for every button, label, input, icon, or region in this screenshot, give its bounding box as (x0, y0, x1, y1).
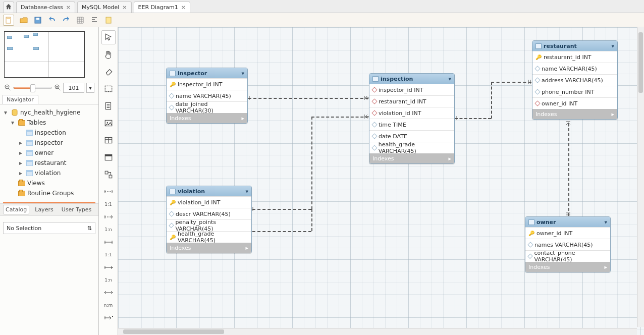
entity-column[interactable]: name VARCHAR(45) (167, 90, 247, 101)
grid-icon[interactable] (76, 16, 85, 25)
close-icon[interactable]: × (66, 4, 71, 11)
svg-rect-13 (105, 86, 112, 91)
entity-column[interactable]: date DATE (369, 130, 454, 142)
rel-1-1-nonid-tool[interactable] (101, 185, 116, 199)
routine-tool[interactable] (101, 167, 116, 182)
close-icon[interactable]: × (122, 4, 127, 11)
entity-column[interactable]: date_joined VARCHAR(30) (167, 101, 247, 113)
entity-restaurant[interactable]: restaurant▾🔑restaurant_id INTname VARCHA… (532, 40, 618, 120)
entity-column[interactable]: violation_id INT (369, 107, 454, 119)
vertical-scrollbar[interactable] (637, 27, 644, 327)
entity-header[interactable]: restaurant▾ (532, 41, 617, 51)
diagram-canvas[interactable]: inspector▾🔑inspector_id INTname VARCHAR(… (118, 27, 644, 335)
table-tool[interactable] (101, 133, 116, 147)
entity-indexes[interactable]: Indexes▸ (525, 262, 610, 272)
navigator-tab[interactable]: Navigator (2, 95, 38, 104)
entity-header[interactable]: inspection▾ (369, 74, 454, 84)
column-text: time TIME (379, 122, 406, 128)
entity-indexes[interactable]: Indexes▸ (369, 153, 454, 163)
tree-table-owner[interactable]: ▸ owner (2, 148, 96, 158)
zoom-slider[interactable] (13, 87, 52, 89)
rel-n-m-tool[interactable] (101, 286, 116, 300)
zoom-dropdown[interactable]: ▾ (86, 83, 94, 93)
tree-table-inspector[interactable]: ▸ inspector (2, 138, 96, 148)
entity-header[interactable]: violation▾ (167, 186, 251, 196)
entity-column[interactable]: penalty_points VARCHAR(45) (167, 219, 251, 231)
tab-eer-diagram[interactable]: EER Diagram1 × (134, 2, 191, 13)
home-tab[interactable] (3, 2, 14, 13)
entity-column[interactable]: time TIME (369, 119, 454, 130)
entity-inspection[interactable]: inspection▾inspector_id INTrestaurant_id… (369, 73, 455, 164)
rel-1-n-id-tool[interactable] (101, 260, 116, 274)
entity-column[interactable]: names VARCHAR(45) (525, 239, 610, 250)
tree-table-inspection[interactable]: inspection (2, 128, 96, 138)
tab-database-class[interactable]: Database-class × (16, 2, 75, 13)
entity-column[interactable]: descr VARCHAR(45) (167, 208, 251, 219)
entity-indexes[interactable]: Indexes▸ (167, 113, 247, 123)
entity-column[interactable]: contact_phone VARCHAR(45) (525, 250, 610, 262)
align-icon[interactable] (90, 16, 99, 25)
entity-indexes[interactable]: Indexes▸ (167, 243, 251, 253)
zoom-in-icon[interactable] (54, 84, 61, 92)
entity-column[interactable]: name VARCHAR(45) (532, 63, 617, 74)
entity-header[interactable]: inspector▾ (167, 68, 247, 78)
column-text: address VARCHAR(45) (542, 77, 603, 84)
home-icon (5, 3, 12, 12)
table-icon (26, 160, 33, 166)
image-tool[interactable] (101, 116, 116, 130)
tree-db[interactable]: ▾ nyc_health_hygiene (2, 107, 96, 118)
table-icon (26, 170, 33, 176)
tree-table-violation[interactable]: ▸ violation (2, 168, 96, 178)
entity-column[interactable]: inspector_id INT (369, 84, 454, 95)
entity-column[interactable]: restaurant_id INT (369, 95, 454, 107)
rel-existing-tool[interactable] (101, 311, 116, 325)
open-file-icon[interactable] (19, 16, 28, 25)
horizontal-scrollbar[interactable] (118, 328, 637, 335)
entity-column[interactable]: address VARCHAR(45) (532, 74, 617, 86)
new-file-icon[interactable] (3, 15, 14, 26)
diamond-icon (169, 104, 174, 110)
column-text: owner_id INT (542, 100, 577, 107)
indexes-label: Indexes (528, 264, 550, 270)
redo-icon[interactable] (62, 16, 71, 25)
entity-violation[interactable]: violation▾🔑violation_id INTdescr VARCHAR… (166, 186, 252, 253)
tree-views[interactable]: Views (2, 178, 96, 188)
rel-1-n-nonid-tool[interactable] (101, 210, 116, 224)
rel-1-1-id-tool[interactable] (101, 235, 116, 249)
catalog-tab[interactable]: Catalog (3, 205, 29, 214)
notes-icon[interactable] (104, 16, 113, 25)
zoom-value[interactable]: 101 (63, 83, 84, 93)
tab-mysql-model[interactable]: MySQL Model × (77, 2, 132, 13)
entity-column[interactable]: 🔑owner_id INT (525, 227, 610, 239)
eraser-tool[interactable] (101, 65, 116, 79)
entity-column[interactable]: 🔑violation_id INT (167, 196, 251, 208)
entity-inspector[interactable]: inspector▾🔑inspector_id INTname VARCHAR(… (166, 68, 248, 124)
entity-column[interactable]: phone_number INT (532, 86, 617, 97)
tree-table-restaurant[interactable]: ▸ restaurant (2, 158, 96, 168)
selection-dropdown[interactable]: No Selection ⇅ (3, 222, 95, 234)
tree-routines[interactable]: Routine Groups (2, 188, 96, 198)
indexes-label: Indexes (535, 111, 557, 118)
entity-owner[interactable]: owner▾🔑owner_id INTnames VARCHAR(45)cont… (525, 216, 611, 272)
hand-tool[interactable] (101, 47, 116, 62)
entity-column[interactable]: owner_id INT (532, 97, 617, 109)
entity-indexes[interactable]: Indexes▸ (532, 109, 617, 119)
entity-column[interactable]: 🔑inspector_id INT (167, 78, 247, 90)
undo-icon[interactable] (47, 16, 57, 25)
close-icon[interactable]: × (181, 4, 186, 11)
note-tool[interactable] (101, 99, 116, 113)
tree-tables-folder[interactable]: ▾ Tables (2, 118, 96, 128)
layers-tab[interactable]: Layers (32, 205, 56, 214)
entity-column[interactable]: 🔑health_grade VARCHAR(45) (167, 231, 251, 243)
pointer-tool[interactable] (101, 30, 116, 44)
view-tool[interactable] (101, 150, 116, 164)
rel-label: n:m (104, 303, 113, 308)
entity-header[interactable]: owner▾ (525, 217, 610, 227)
zoom-out-icon[interactable] (4, 84, 11, 92)
entity-column[interactable]: 🔑restaurant_id INT (532, 51, 617, 63)
save-icon[interactable] (33, 16, 42, 25)
layer-tool[interactable] (101, 82, 116, 96)
entity-column[interactable]: health_grade VARCHAR(45) (369, 142, 454, 153)
navigator-preview[interactable] (4, 31, 85, 78)
user-types-tab[interactable]: User Types (59, 205, 94, 214)
